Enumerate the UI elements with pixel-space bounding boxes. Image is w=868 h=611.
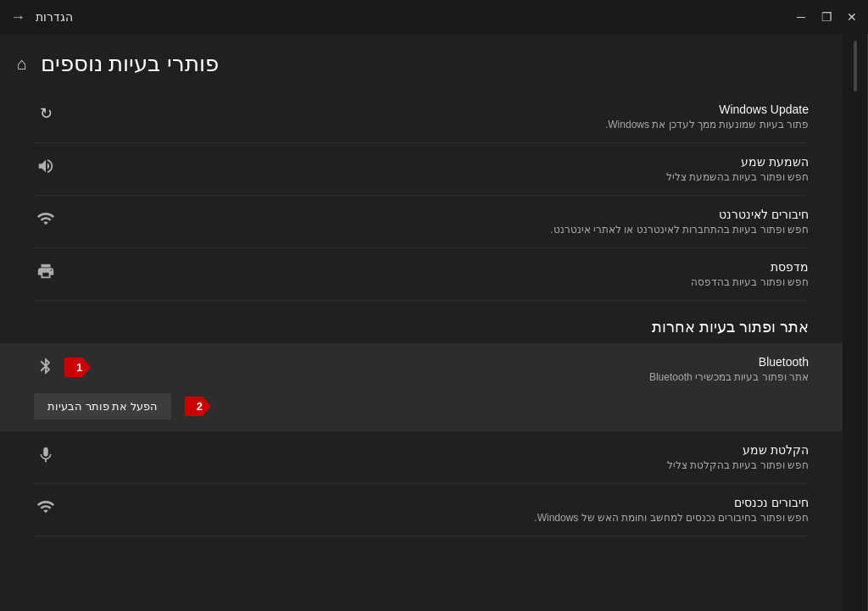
main-content: פותרי בעיות נוספים ⌂ Windows Update פתור… [0, 34, 843, 611]
internet-connections-text: חיבורים לאינטרנט חפש ופתור בעיות בהתחברו… [71, 208, 809, 236]
step1-arrow: 1 [64, 358, 91, 377]
incoming-connections-item[interactable]: חיבורים נכנסים חפש ופתור בחיבורים נכנסים… [34, 484, 809, 536]
windows-update-title: Windows Update [71, 103, 809, 116]
close-button[interactable]: ✕ [846, 11, 858, 23]
titlebar-right: הגדרות → [10, 8, 73, 26]
top-troubleshooters-section: Windows Update פתור בעיות שמונעות ממך לע… [0, 91, 843, 301]
bluetooth-item[interactable]: Bluetooth אתר ופתור בעיות במכשירי Blueto… [0, 343, 843, 383]
bluetooth-text: Bluetooth אתר ופתור בעיות במכשירי Blueto… [104, 355, 809, 383]
bluetooth-desc: אתר ופתור בעיות במכשירי Bluetooth [104, 371, 809, 383]
internet-connections-title: חיבורים לאינטרנט [71, 208, 809, 221]
printer-text: מדפסת חפש ופתור בעיות בהדפסה [71, 260, 809, 288]
incoming-connections-desc: חפש ופתור בחיבורים נכנסים למחשב וחומת הא… [71, 512, 809, 524]
bluetooth-title: Bluetooth [104, 355, 809, 369]
audio-recording-desc: חפש ופתור בעיות בהקלטת צליל [71, 459, 809, 471]
internet-connections-icon [34, 208, 58, 232]
bluetooth-step1-area: 1 [34, 355, 91, 380]
windows-update-desc: פתור בעיות שמונעות ממך לעדכן את Windows. [71, 119, 809, 131]
incoming-connections-title: חיבורים נכנסים [71, 496, 809, 509]
audio-recording-title: הקלטת שמע [71, 443, 809, 457]
step1-number: 1 [76, 361, 82, 374]
layout: פותרי בעיות נוספים ⌂ Windows Update פתור… [0, 34, 868, 611]
restore-button[interactable]: ❐ [821, 11, 832, 23]
window-controls: ✕ ❐ ─ [795, 11, 858, 23]
audio-recording-icon [34, 443, 58, 468]
bluetooth-section: Bluetooth אתר ופתור בעיות במכשירי Blueto… [0, 343, 843, 431]
activate-troubleshooter-button[interactable]: הפעל את פותר הבעיות [34, 393, 171, 419]
page-header: פותרי בעיות נוספים ⌂ [0, 34, 843, 91]
home-icon[interactable]: ⌂ [17, 54, 27, 74]
audio-playback-item[interactable]: השמעת שמע חפש ופתור בעיות בהשמעת צליל [34, 143, 809, 196]
sidebar-strip [843, 34, 868, 611]
bluetooth-icon [34, 355, 58, 380]
printer-desc: חפש ופתור בעיות בהדפסה [71, 276, 809, 288]
incoming-connections-text: חיבורים נכנסים חפש ופתור בחיבורים נכנסים… [71, 496, 809, 524]
printer-title: מדפסת [71, 260, 809, 274]
forward-nav-button[interactable]: → [10, 8, 25, 26]
titlebar: ✕ ❐ ─ הגדרות → [0, 0, 868, 34]
more-items-section: הקלטת שמע חפש ופתור בעיות בהקלטת צליל חי… [0, 431, 843, 536]
internet-connections-item[interactable]: חיבורים לאינטרנט חפש ופתור בעיות בהתחברו… [34, 196, 809, 248]
audio-recording-text: הקלטת שמע חפש ופתור בעיות בהקלטת צליל [71, 443, 809, 471]
step2-arrow: 2 [185, 397, 211, 416]
internet-connections-desc: חפש ופתור בעיות בהתחברות לאינטרנט או לאת… [71, 224, 809, 236]
windows-update-item[interactable]: Windows Update פתור בעיות שמונעות ממך לע… [34, 91, 809, 143]
step2-number: 2 [197, 400, 203, 413]
printer-item[interactable]: מדפסת חפש ופתור בעיות בהדפסה [34, 248, 809, 301]
audio-playback-icon [34, 155, 58, 180]
audio-playback-desc: חפש ופתור בעיות בהשמעת צליל [71, 171, 809, 183]
incoming-connections-icon [34, 496, 58, 520]
minimize-button[interactable]: ─ [795, 11, 807, 23]
audio-playback-title: השמעת שמע [71, 155, 809, 169]
audio-playback-text: השמעת שמע חפש ופתור בעיות בהשמעת צליל [71, 155, 809, 183]
windows-update-icon: ↻ [34, 103, 58, 123]
other-section-header: אתר ופתור בעיות אחרות [0, 301, 843, 343]
page-title: פותרי בעיות נוספים [41, 51, 218, 77]
settings-title: הגדרות [36, 10, 73, 24]
activate-btn-row: 2 הפעל את פותר הבעיות [0, 383, 843, 431]
audio-recording-item[interactable]: הקלטת שמע חפש ופתור בעיות בהקלטת צליל [34, 431, 809, 484]
windows-update-text: Windows Update פתור בעיות שמונעות ממך לע… [71, 103, 809, 131]
sidebar-indicator [854, 41, 857, 92]
printer-icon [34, 260, 58, 285]
